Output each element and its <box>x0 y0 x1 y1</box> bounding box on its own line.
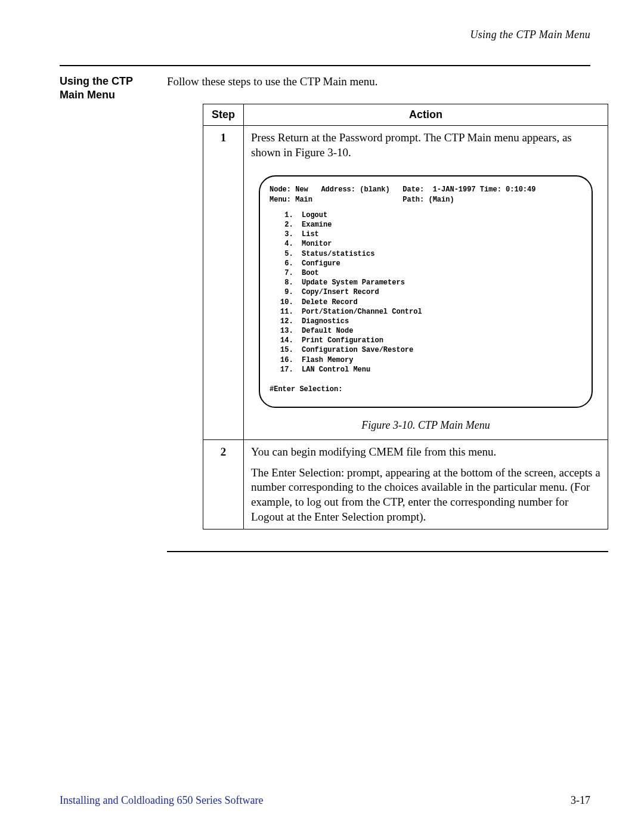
table-row: 1 Press Return at the Password prompt. T… <box>203 126 608 440</box>
terminal-item: 4. Monitor <box>280 240 332 248</box>
col-header-action: Action <box>244 104 608 125</box>
terminal-prompt: #Enter Selection: <box>270 385 582 395</box>
footer-right: 3-17 <box>571 794 590 807</box>
step-action-2: You can begin modifying CMEM file from t… <box>244 440 608 529</box>
terminal-line1: Node: New Address: (blank) Date: 1-JAN-1… <box>270 185 535 194</box>
section-body: Follow these steps to use the CTP Main m… <box>167 75 608 552</box>
terminal-menu-list: 1. Logout 2. Examine 3. List 4. Monitor … <box>280 210 582 374</box>
section: Using the CTP Main Menu Follow these ste… <box>60 75 590 552</box>
terminal-item: 9. Copy/Insert Record <box>280 288 379 296</box>
running-head: Using the CTP Main Menu <box>60 29 590 41</box>
terminal-screen: Node: New Address: (blank) Date: 1-JAN-1… <box>259 175 593 407</box>
footer-left: Installing and Coldloading 650 Series So… <box>60 794 263 807</box>
terminal-item: 7. Boot <box>280 269 319 277</box>
terminal-item: 16. Flash Memory <box>280 356 353 364</box>
step-number-2: 2 <box>203 440 244 529</box>
col-header-step: Step <box>203 104 244 125</box>
terminal-item: 8. Update System Parameters <box>280 278 405 287</box>
terminal-item: 2. Examine <box>280 221 332 229</box>
terminal-line2: Menu: Main Path: (Main) <box>270 196 454 204</box>
steps-table: Step Action 1 Press Return at the Passwo… <box>203 104 608 530</box>
terminal-item: 17. LAN Control Menu <box>280 366 370 374</box>
page: Using the CTP Main Menu Using the CTP Ma… <box>0 0 644 833</box>
figure-caption: Figure 3-10. CTP Main Menu <box>251 419 600 432</box>
terminal-item: 15. Configuration Save/Restore <box>280 346 413 354</box>
step1-text: Press Return at the Password prompt. The… <box>251 131 600 160</box>
terminal-item: 13. Default Node <box>280 327 353 335</box>
terminal-item: 11. Port/Station/Channel Control <box>280 308 422 316</box>
step2-text2: The Enter Selection: prompt, appearing a… <box>251 466 600 525</box>
table-row: 2 You can begin modifying CMEM file from… <box>203 440 608 529</box>
step-action-1: Press Return at the Password prompt. The… <box>244 126 608 440</box>
intro-text: Follow these steps to use the CTP Main m… <box>167 75 608 89</box>
rule-bottom <box>167 551 608 552</box>
terminal-item: 14. Print Configuration <box>280 336 383 345</box>
page-footer: Installing and Coldloading 650 Series So… <box>60 794 590 807</box>
terminal-item: 10. Delete Record <box>280 298 358 306</box>
step2-text1: You can begin modifying CMEM file from t… <box>251 445 600 460</box>
terminal-item: 5. Status/statistics <box>280 250 374 258</box>
step-number-1: 1 <box>203 126 244 440</box>
terminal-item: 6. Configure <box>280 259 340 268</box>
rule-top <box>60 65 590 66</box>
terminal-item: 12. Diagnostics <box>280 317 349 326</box>
terminal-item: 3. List <box>280 230 319 239</box>
gutter-heading: Using the CTP Main Menu <box>60 75 167 101</box>
terminal-item: 1. Logout <box>280 211 327 219</box>
terminal-head: Node: New Address: (blank) Date: 1-JAN-1… <box>270 185 582 204</box>
table-head-row: Step Action <box>203 104 608 125</box>
